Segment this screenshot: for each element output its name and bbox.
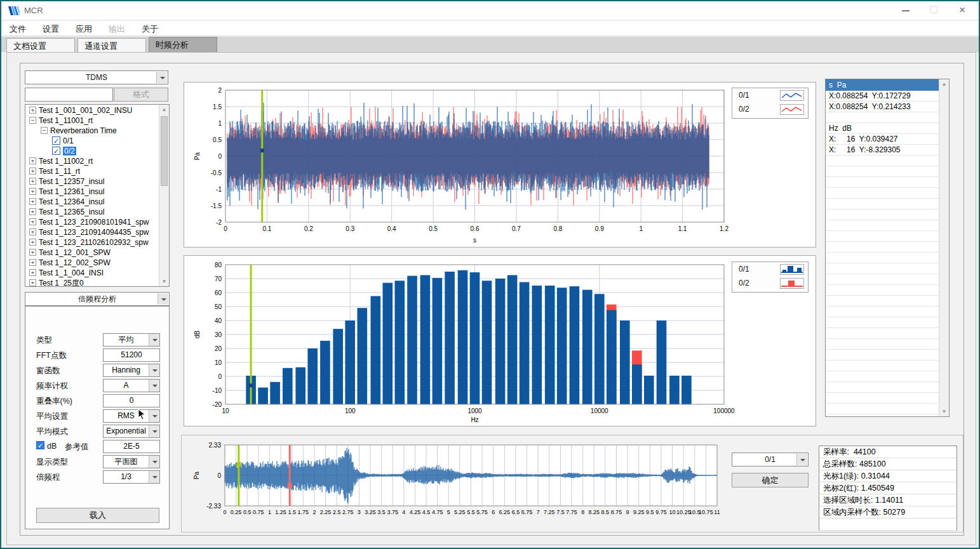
- cursor-list-row[interactable]: [826, 350, 939, 360]
- tree-item[interactable]: +Test 1_11002_rt: [25, 155, 159, 166]
- cursor-list-row[interactable]: [826, 242, 939, 253]
- expand-icon[interactable]: +: [29, 228, 36, 235]
- cursor-list-row[interactable]: [826, 155, 939, 166]
- filter-input[interactable]: [25, 88, 113, 102]
- tree-item[interactable]: +Test 1_12_002_SPW: [25, 257, 159, 267]
- setting-select[interactable]: 平面图: [103, 455, 160, 468]
- scroll-up-icon[interactable]: ▲: [939, 79, 949, 89]
- chevron-down-icon[interactable]: [149, 456, 159, 468]
- cursor-list-row[interactable]: [826, 382, 939, 393]
- cursor-list-row[interactable]: [826, 285, 939, 296]
- tree-item[interactable]: ✓0/2: [25, 145, 159, 155]
- setting-select[interactable]: 1/3: [103, 470, 160, 484]
- tree-item[interactable]: +Test 1_11_rt: [25, 166, 159, 176]
- chevron-down-icon[interactable]: [796, 454, 807, 465]
- tree-item[interactable]: +Test 1_123_210908101941_spw: [25, 216, 159, 227]
- cursor-list-row[interactable]: [826, 112, 939, 123]
- cursor-list-row[interactable]: [826, 274, 939, 285]
- setting-input[interactable]: 0: [103, 394, 160, 407]
- expand-icon[interactable]: +: [29, 208, 36, 215]
- tree-item-checkbox[interactable]: ✓: [52, 136, 60, 145]
- cursor-list-row[interactable]: [826, 166, 939, 177]
- cursor-list-row[interactable]: X: 16 Y:0.039427: [826, 134, 939, 145]
- tree-scrollbar-thumb[interactable]: [161, 116, 168, 186]
- chevron-down-icon[interactable]: [149, 364, 159, 376]
- cursor-list-row[interactable]: [826, 371, 939, 382]
- expand-icon[interactable]: +: [29, 188, 36, 195]
- menu-item-3[interactable]: 应用: [67, 21, 100, 37]
- tree-item[interactable]: +Test 1_001_001_002_INSU: [25, 105, 159, 115]
- cursor-list-row[interactable]: [826, 220, 939, 231]
- scroll-down-icon[interactable]: ▼: [939, 407, 949, 416]
- minimize-button[interactable]: [893, 1, 918, 19]
- octave-spectrum-chart[interactable]: 80706050403020100-10-2010100100010000100…: [184, 256, 816, 426]
- cursor-list-row[interactable]: [826, 404, 939, 414]
- expand-icon[interactable]: +: [29, 157, 36, 164]
- maximize-button[interactable]: [922, 1, 947, 19]
- overview-waveform-chart[interactable]: 2.330-2.3300.250.50.7511.251.51.7522.252…: [184, 437, 725, 529]
- menu-item-1[interactable]: 文件: [1, 21, 34, 37]
- setting-select[interactable]: A: [103, 379, 160, 392]
- cursor-list-row[interactable]: [826, 188, 939, 199]
- menu-item-5[interactable]: 关于: [133, 21, 166, 37]
- cursor-list-row[interactable]: [826, 177, 939, 188]
- cursor-list-row[interactable]: Hz dB: [826, 123, 939, 134]
- menu-item-2[interactable]: 设置: [34, 21, 67, 37]
- expand-icon[interactable]: +: [29, 239, 36, 246]
- confirm-button[interactable]: 确定: [732, 473, 809, 487]
- chevron-down-icon[interactable]: [149, 334, 159, 346]
- tree-item[interactable]: +Test 1_123_210914094435_spw: [25, 227, 159, 237]
- tree-item[interactable]: +Test 1_25度0: [25, 277, 159, 286]
- collapse-icon[interactable]: −: [29, 117, 36, 124]
- chevron-down-icon[interactable]: [156, 72, 167, 83]
- cursor-panel-scrollbar[interactable]: ▲ ▼: [939, 79, 949, 416]
- chevron-down-icon[interactable]: [158, 293, 168, 305]
- cursor-list-row[interactable]: X: 16 Y:-8.329305: [826, 145, 939, 155]
- setting-select[interactable]: Hanning: [103, 364, 160, 377]
- tree-scrollbar[interactable]: ▲ ▼: [159, 105, 169, 286]
- tree-item[interactable]: +Test 1_12_001_SPW: [25, 247, 159, 257]
- tree-item[interactable]: +Test 1_123_211026102932_spw: [25, 237, 159, 247]
- legend-item[interactable]: 0/2: [732, 102, 808, 116]
- cursor-list-row[interactable]: [826, 307, 939, 317]
- setting-select[interactable]: 平均: [103, 333, 160, 347]
- expand-icon[interactable]: +: [29, 259, 36, 266]
- cursor-list-row[interactable]: X:0.088254 Y:0.172729: [826, 91, 939, 102]
- file-format-combo[interactable]: TDMS: [25, 70, 168, 84]
- expand-icon[interactable]: +: [29, 249, 36, 256]
- scroll-up-icon[interactable]: ▲: [159, 105, 169, 114]
- cursor-list-row[interactable]: [826, 209, 939, 220]
- tree-item[interactable]: +Test 1_12361_insul: [25, 186, 159, 196]
- tree-item[interactable]: +Test 1_12364_insul: [25, 196, 159, 206]
- setting-input[interactable]: 2E-5: [103, 440, 160, 453]
- chevron-down-icon[interactable]: [149, 410, 159, 422]
- tree-item[interactable]: +Test 1_12365_insul: [25, 206, 159, 216]
- tab-1[interactable]: 文档设置: [6, 38, 75, 52]
- tree-item[interactable]: +Test 1_1_004_INSI: [25, 267, 159, 277]
- tree-item[interactable]: −Test 1_11001_rt: [25, 115, 159, 125]
- setting-select[interactable]: RMS: [103, 409, 160, 423]
- format-button[interactable]: 格式: [114, 88, 168, 102]
- legend-item[interactable]: 0/1: [732, 88, 808, 102]
- db-checkbox[interactable]: ✓: [36, 441, 44, 449]
- scroll-down-icon[interactable]: ▼: [159, 277, 169, 286]
- cursor-list-row[interactable]: [826, 328, 939, 339]
- cursor-list-header[interactable]: s Pa: [826, 79, 939, 91]
- tab-2[interactable]: 通道设置: [77, 38, 146, 52]
- expand-icon[interactable]: +: [29, 218, 36, 225]
- setting-select[interactable]: Exponential: [103, 425, 160, 438]
- legend-item[interactable]: 0/2: [732, 276, 808, 290]
- expand-icon[interactable]: +: [29, 168, 36, 175]
- cursor-list-row[interactable]: [826, 253, 939, 263]
- cursor-list-row[interactable]: [826, 339, 939, 350]
- analysis-type-combo[interactable]: 倍频程分析: [25, 292, 170, 306]
- expand-icon[interactable]: +: [29, 269, 36, 276]
- tab-3[interactable]: 时频分析: [149, 37, 217, 52]
- title-bar[interactable]: MCR ×: [1, 1, 979, 20]
- cursor-list-row[interactable]: [826, 360, 939, 371]
- expand-icon[interactable]: +: [29, 178, 36, 185]
- time-waveform-chart[interactable]: 21.510.50-0.5-1-1.5-200.10.20.30.40.50.6…: [184, 83, 816, 247]
- cursor-list-row[interactable]: [826, 296, 939, 307]
- collapse-icon[interactable]: −: [41, 127, 48, 134]
- close-button[interactable]: ×: [950, 1, 975, 19]
